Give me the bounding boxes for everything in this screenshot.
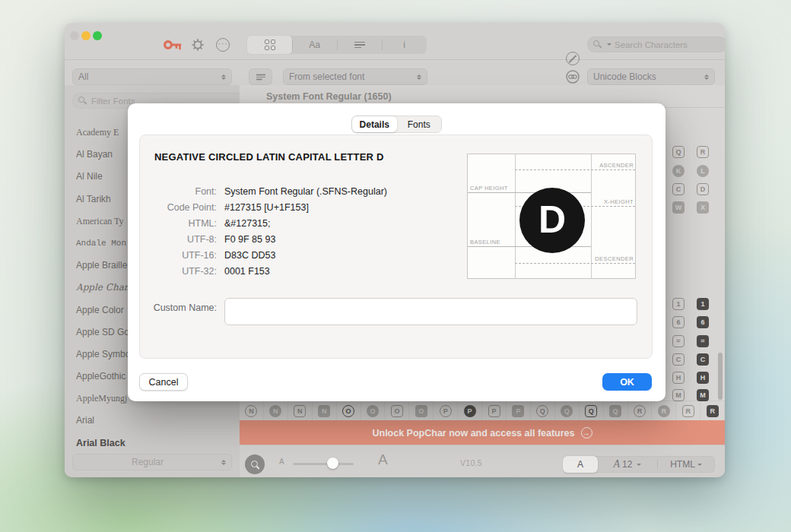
char-row-cell[interactable]: N (240, 401, 264, 420)
status-bar: A A V10.5 A A 12 HTML (240, 445, 725, 477)
character-cell[interactable]: N (269, 405, 281, 417)
char-row-cell[interactable]: P (482, 401, 507, 420)
character-cell[interactable]: R (707, 405, 719, 417)
char-row-cell[interactable]: N (264, 401, 288, 420)
character-cell[interactable]: Q (585, 405, 597, 417)
character-cell[interactable]: Q (609, 405, 621, 417)
traffic-light-zoom[interactable] (93, 31, 102, 40)
unlock-banner[interactable]: Unlock PopChar now and access all featur… (240, 420, 725, 445)
custom-name-input[interactable] (224, 298, 637, 325)
view-samples-tab[interactable]: Aa (292, 36, 337, 54)
char-row-cell[interactable]: O (385, 401, 409, 420)
char-row-cell[interactable]: O (337, 401, 361, 420)
character-cell[interactable]: 1 (672, 298, 685, 310)
custom-name-label: Custom Name: (139, 302, 217, 313)
character-cell[interactable]: N (318, 405, 330, 417)
character-cell[interactable]: Q (536, 405, 548, 417)
character-cell[interactable]: D (697, 183, 709, 195)
link-icon[interactable] (566, 70, 580, 84)
char-row-cell[interactable]: Q (531, 401, 555, 420)
view-info-tab[interactable]: i (382, 36, 427, 54)
traffic-light-close[interactable] (70, 31, 79, 40)
character-cell[interactable]: N (294, 405, 306, 417)
character-cell[interactable]: H (672, 372, 685, 384)
character-cell[interactable]: O (391, 405, 403, 417)
font-style-select[interactable]: Regular (72, 454, 232, 470)
view-grid-tab[interactable] (247, 36, 292, 54)
grid-scrollbar[interactable] (718, 353, 723, 400)
font-collection-select[interactable]: All (72, 68, 232, 85)
char-row-cell[interactable]: P (458, 401, 482, 420)
char-row-cell[interactable]: O (361, 401, 386, 420)
size-slider-track[interactable] (293, 463, 354, 465)
char-row-cell[interactable]: R (652, 401, 676, 420)
font-size-segment[interactable]: A 12 (598, 456, 657, 473)
aa-label: Aa (309, 40, 320, 50)
view-list-tab[interactable] (337, 36, 382, 54)
cancel-button[interactable]: Cancel (139, 373, 188, 391)
character-cell[interactable]: = (697, 335, 709, 347)
character-cell[interactable]: = (672, 335, 685, 347)
char-row-cell[interactable]: P (507, 401, 531, 420)
character-cell[interactable]: P (464, 405, 476, 417)
search-characters-field[interactable]: Search Characters (587, 36, 725, 52)
group-list-button[interactable] (249, 68, 272, 85)
character-cell[interactable]: P (440, 405, 452, 417)
ok-button[interactable]: OK (602, 373, 652, 391)
traffic-light-minimize[interactable] (81, 31, 91, 40)
character-cell[interactable]: O (342, 405, 354, 417)
grid-icon (265, 40, 275, 50)
character-cell[interactable]: P (512, 405, 524, 417)
character-cell[interactable]: R (634, 405, 646, 417)
character-cell[interactable]: M (672, 389, 685, 401)
tab-fonts[interactable]: Fonts (397, 116, 442, 132)
glyph-metrics-diagram: ASCENDER CAP HEIGHT X-HEIGHT BASELINE DE… (467, 154, 636, 279)
character-cell[interactable]: H (697, 372, 709, 384)
version-label: V10.5 (460, 458, 482, 467)
magnify-button[interactable] (245, 454, 265, 474)
block-grouping-select[interactable]: Unicode Blocks (587, 68, 715, 85)
character-cell[interactable]: L (697, 165, 709, 177)
more-options-icon[interactable]: ··· (216, 38, 230, 52)
character-cell[interactable]: C (697, 353, 709, 366)
character-cell[interactable]: W (672, 201, 685, 214)
character-cell[interactable]: 6 (697, 316, 709, 328)
character-cell[interactable]: R (682, 405, 694, 417)
plain-text-segment[interactable]: A (563, 456, 598, 473)
size-slider-knob[interactable] (327, 458, 338, 469)
character-cell[interactable]: 6 (672, 316, 685, 328)
char-row-cell[interactable]: R (628, 401, 653, 420)
character-cell[interactable]: M (697, 389, 709, 401)
font-list-item[interactable]: Arial (65, 410, 240, 432)
character-cell[interactable]: O (367, 405, 379, 417)
character-cell[interactable]: R (658, 405, 670, 417)
character-cell[interactable]: 1 (697, 298, 709, 310)
char-row-cell[interactable]: O (409, 401, 434, 420)
character-cell[interactable]: R (697, 146, 709, 158)
char-row-cell[interactable]: P (434, 401, 458, 420)
character-cell[interactable]: P (488, 405, 500, 417)
character-cell[interactable]: O (415, 405, 427, 417)
character-cell[interactable]: C (672, 353, 685, 366)
license-key-icon[interactable] (164, 39, 182, 51)
char-row-cell[interactable]: Q (580, 401, 604, 420)
char-row-cell[interactable]: Q (555, 401, 580, 420)
settings-gear-icon[interactable] (191, 38, 205, 52)
char-source-select[interactable]: From selected font (283, 68, 427, 85)
char-row-cell[interactable]: Q (604, 401, 628, 420)
tab-details[interactable]: Details (352, 116, 397, 132)
char-row-cell[interactable]: N (313, 401, 337, 420)
character-cell[interactable]: Q (672, 146, 685, 158)
character-cell[interactable]: N (245, 405, 257, 417)
character-cell[interactable]: K (672, 165, 685, 177)
character-cell[interactable]: C (672, 183, 685, 195)
font-list-item[interactable]: Arial Black (65, 432, 240, 454)
edit-disabled-icon[interactable] (566, 52, 580, 65)
character-cell[interactable]: Q (561, 405, 573, 417)
char-row-cell[interactable]: R (676, 401, 700, 420)
format-segment[interactable]: HTML (657, 456, 715, 473)
search-icon (593, 40, 602, 49)
character-cell[interactable]: X (697, 201, 709, 214)
char-row-cell[interactable]: R (700, 401, 725, 420)
char-row-cell[interactable]: N (288, 401, 313, 420)
